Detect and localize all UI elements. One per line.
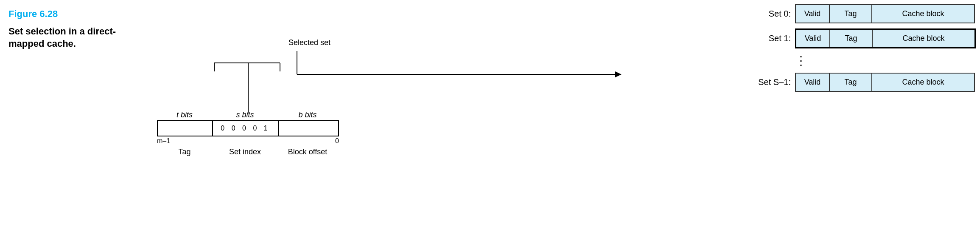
figure-title: Figure 6.28 bbox=[8, 9, 58, 20]
s-bits-label: s bits bbox=[212, 111, 278, 119]
set1-tag: Tag bbox=[830, 30, 873, 47]
set0-cache-block: Cache block bbox=[872, 5, 974, 23]
setS1-tag: Tag bbox=[830, 74, 872, 91]
t-cell bbox=[158, 121, 213, 136]
bits-diagram: t bits s bits b bits 0 0 0 0 1 m–1 0 Tag… bbox=[157, 111, 339, 156]
bits-footer: Tag Set index Block offset bbox=[157, 148, 339, 156]
cache-row-setS1: Set S–1: Valid Tag Cache block bbox=[748, 73, 976, 92]
cache-row-set1: Set 1: Valid Tag Cache block bbox=[748, 28, 976, 48]
setS1-label: Set S–1: bbox=[748, 77, 791, 87]
bits-indices: m–1 0 bbox=[157, 137, 339, 145]
setS1-cache-block: Cache block bbox=[872, 74, 974, 91]
set0-tag: Tag bbox=[830, 5, 872, 23]
cache-sets: Set 0: Valid Tag Cache block Set 1: Vali… bbox=[748, 4, 976, 97]
index-left: m–1 bbox=[157, 137, 170, 145]
set0-block: Valid Tag Cache block bbox=[795, 4, 975, 23]
index-right: 0 bbox=[335, 137, 339, 145]
setS1-block: Valid Tag Cache block bbox=[795, 73, 975, 92]
setS1-valid: Valid bbox=[796, 74, 830, 91]
svg-marker-7 bbox=[615, 71, 622, 77]
set1-cache-block: Cache block bbox=[873, 30, 974, 47]
figure-caption: Set selection in a direct- mapped cache. bbox=[8, 26, 116, 50]
footer-set-index: Set index bbox=[212, 148, 278, 156]
selected-set-label: Selected set bbox=[288, 38, 330, 47]
t-bits-label: t bits bbox=[157, 111, 212, 119]
b-bits-label: b bits bbox=[278, 111, 337, 119]
footer-tag: Tag bbox=[157, 148, 212, 156]
set1-valid: Valid bbox=[796, 30, 830, 47]
b-cell bbox=[279, 121, 338, 136]
set0-label: Set 0: bbox=[748, 9, 791, 19]
s-cell: 0 0 0 0 1 bbox=[213, 121, 279, 136]
set1-block: Valid Tag Cache block bbox=[795, 28, 976, 48]
set0-valid: Valid bbox=[796, 5, 830, 23]
cache-row-set0: Set 0: Valid Tag Cache block bbox=[748, 4, 976, 23]
bits-row: 0 0 0 0 1 bbox=[157, 120, 339, 136]
set1-label: Set 1: bbox=[748, 34, 791, 43]
dots-row: ⋮ bbox=[748, 54, 976, 68]
footer-block-offset: Block offset bbox=[278, 148, 337, 156]
vertical-dots: ⋮ bbox=[795, 54, 810, 68]
